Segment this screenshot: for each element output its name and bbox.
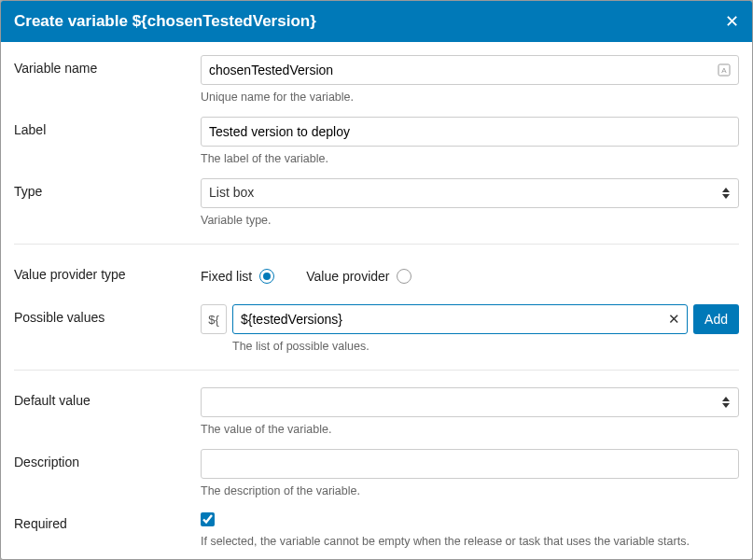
radio-group-provider-type: Fixed list Value provider bbox=[201, 261, 739, 291]
label-type: Type bbox=[14, 178, 201, 227]
label-description: Description bbox=[14, 449, 201, 497]
label-label: Label bbox=[14, 117, 201, 165]
label-value-provider-type: Value provider type bbox=[14, 261, 201, 291]
label-possible-values: Possible values bbox=[14, 304, 201, 353]
default-value-select-wrap bbox=[201, 387, 739, 417]
dialog-title: Create variable ${chosenTestedVersion} bbox=[14, 12, 316, 31]
clear-icon[interactable]: ✕ bbox=[668, 311, 680, 328]
help-description: The description of the variable. bbox=[201, 484, 739, 497]
possible-values-input[interactable] bbox=[232, 304, 688, 334]
separator-2 bbox=[14, 370, 739, 371]
help-possible-values: The list of possible values. bbox=[232, 340, 739, 353]
radio-fixed-list-label: Fixed list bbox=[201, 269, 252, 284]
help-type: Variable type. bbox=[201, 214, 739, 227]
dialog-title-bar: Create variable ${chosenTestedVersion} ✕ bbox=[1, 1, 752, 42]
default-value-select[interactable] bbox=[201, 387, 739, 417]
help-default-value: The value of the variable. bbox=[201, 423, 739, 436]
radio-checked-icon bbox=[259, 269, 274, 284]
add-value-button[interactable]: Add bbox=[693, 304, 739, 334]
row-required: Required If selected, the variable canno… bbox=[14, 511, 739, 548]
field-required: If selected, the variable cannot be empt… bbox=[201, 511, 739, 548]
field-possible-values: ${ ✕ Add The list of possible values. bbox=[201, 304, 739, 353]
required-checkbox[interactable] bbox=[201, 512, 215, 526]
field-variable-name: A Unique name for the variable. bbox=[201, 55, 739, 104]
dialog-content[interactable]: Variable name A Unique name for the vari… bbox=[1, 42, 752, 559]
radio-value-provider-label: Value provider bbox=[306, 269, 389, 284]
row-possible-values: Possible values ${ ✕ Add The list of pos… bbox=[14, 304, 739, 353]
separator-1 bbox=[14, 244, 739, 245]
insert-variable-button[interactable]: ${ bbox=[201, 304, 227, 334]
label-required: Required bbox=[14, 511, 201, 548]
label-default-value: Default value bbox=[14, 387, 201, 436]
help-variable-name: Unique name for the variable. bbox=[201, 91, 739, 104]
label-input[interactable] bbox=[201, 117, 739, 147]
row-description: Description The description of the varia… bbox=[14, 449, 739, 497]
row-value-provider-type: Value provider type Fixed list Value pro… bbox=[14, 261, 739, 291]
radio-unchecked-icon bbox=[397, 269, 411, 284]
description-input[interactable] bbox=[201, 449, 739, 479]
field-label: The label of the variable. bbox=[201, 117, 739, 165]
field-default-value: The value of the variable. bbox=[201, 387, 739, 436]
create-variable-dialog: Create variable ${chosenTestedVersion} ✕… bbox=[0, 0, 753, 560]
help-required: If selected, the variable cannot be empt… bbox=[201, 535, 739, 548]
possible-values-controls: ${ ✕ Add bbox=[201, 304, 739, 334]
field-value-provider-type: Fixed list Value provider bbox=[201, 261, 739, 291]
radio-value-provider[interactable]: Value provider bbox=[306, 269, 411, 284]
possible-values-input-wrap: ✕ bbox=[232, 304, 688, 334]
label-variable-name: Variable name bbox=[14, 55, 201, 104]
type-select[interactable]: List box bbox=[201, 178, 739, 208]
row-variable-name: Variable name A Unique name for the vari… bbox=[14, 55, 739, 104]
field-type: List box Variable type. bbox=[201, 178, 739, 227]
row-label: Label The label of the variable. bbox=[14, 117, 739, 165]
row-type: Type List box Variable type. bbox=[14, 178, 739, 227]
variable-name-input-wrap: A bbox=[201, 55, 739, 85]
radio-fixed-list[interactable]: Fixed list bbox=[201, 269, 274, 284]
type-select-wrap: List box bbox=[201, 178, 739, 208]
help-label: The label of the variable. bbox=[201, 152, 739, 165]
row-default-value: Default value The value of the variable. bbox=[14, 387, 739, 436]
variable-name-input[interactable] bbox=[201, 55, 739, 85]
field-description: The description of the variable. bbox=[201, 449, 739, 497]
close-icon[interactable]: ✕ bbox=[725, 13, 739, 30]
